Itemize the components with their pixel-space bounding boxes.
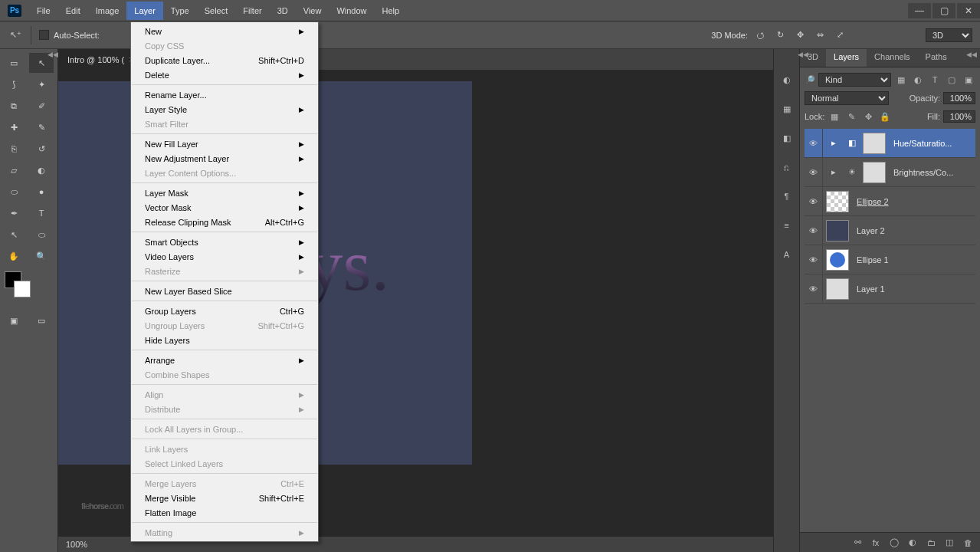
lock-transparent-icon[interactable]: ▦ — [828, 110, 841, 123]
zoom-tool[interactable]: 🔍 — [29, 246, 54, 266]
type-panel-icon[interactable]: A — [779, 247, 795, 262]
menu-item[interactable]: Vector Mask▶ — [131, 200, 318, 215]
layer-name[interactable]: Hue/Saturatio... — [889, 139, 952, 148]
menu-item[interactable]: Flatten Image — [131, 505, 318, 520]
layer-row[interactable]: 👁▸◧Hue/Saturatio... — [805, 129, 975, 158]
paragraph-panel-icon[interactable]: ≡ — [779, 218, 795, 233]
opacity-input[interactable] — [943, 92, 975, 104]
menu-item[interactable]: New▶ — [131, 24, 318, 38]
visibility-toggle-icon[interactable]: 👁 — [805, 274, 823, 303]
dodge-tool[interactable]: ● — [29, 182, 54, 202]
menu-filter[interactable]: Filter — [235, 2, 269, 20]
menu-item[interactable]: New Adjustment Layer▶ — [131, 151, 318, 166]
delete-layer-icon[interactable]: 🗑 — [962, 537, 974, 549]
menu-help[interactable]: Help — [375, 2, 408, 20]
path-tool[interactable]: ↖ — [2, 225, 26, 245]
menu-file[interactable]: File — [29, 2, 58, 20]
eyedropper-tool[interactable]: ✐ — [29, 96, 54, 116]
layer-mask-icon[interactable]: ◯ — [888, 537, 900, 549]
menu-item[interactable]: Smart Objects▶ — [131, 235, 318, 249]
layer-name[interactable]: Brightness/Co... — [889, 168, 953, 177]
lock-position-icon[interactable]: ✥ — [861, 110, 875, 123]
minimize-button[interactable]: — — [908, 3, 931, 18]
heal-tool[interactable]: ✚ — [2, 117, 26, 137]
brush-tool[interactable]: ✎ — [29, 117, 54, 137]
collapse-panels-icon[interactable]: ◀◀ — [798, 51, 808, 58]
gradient-tool[interactable]: ◐ — [29, 160, 54, 180]
layer-row[interactable]: 👁▸☀Brightness/Co... — [805, 158, 975, 187]
layer-thumb[interactable] — [826, 278, 849, 300]
zoom-level[interactable]: 100% — [66, 540, 87, 549]
menu-item[interactable]: Delete▶ — [131, 67, 318, 82]
menu-item[interactable]: Layer Style▶ — [131, 102, 318, 117]
lasso-tool[interactable]: ⟆ — [2, 74, 26, 94]
menu-item[interactable]: New Layer Based Slice — [131, 284, 318, 298]
layer-thumb[interactable] — [826, 249, 849, 271]
background-color[interactable] — [14, 281, 31, 297]
color-swatches[interactable] — [0, 267, 57, 310]
filter-kind-select[interactable]: Kind — [818, 73, 891, 87]
close-button[interactable]: ✕ — [957, 3, 980, 18]
fill-input[interactable] — [943, 110, 975, 123]
screenmode-tool[interactable]: ▭ — [29, 310, 54, 330]
history-brush-tool[interactable]: ↺ — [29, 139, 54, 159]
lock-pixels-icon[interactable]: ✎ — [844, 110, 858, 123]
menu-item[interactable]: Group LayersCtrl+G — [131, 304, 318, 318]
menu-item[interactable]: Merge VisibleShift+Ctrl+E — [131, 491, 318, 505]
layer-name[interactable]: Ellipse 2 — [852, 197, 889, 206]
blend-mode-select[interactable]: Normal — [805, 91, 889, 105]
collapse-strip-icon[interactable]: ◀◀ — [966, 51, 977, 58]
layer-row[interactable]: 👁Layer 1 — [805, 274, 975, 304]
visibility-toggle-icon[interactable]: 👁 — [805, 187, 823, 215]
3d-orbit-icon[interactable]: ⭯ — [752, 28, 768, 43]
layer-row[interactable]: 👁Ellipse 2 — [805, 187, 975, 216]
stamp-tool[interactable]: ⎘ — [2, 139, 26, 159]
visibility-toggle-icon[interactable]: 👁 — [805, 245, 823, 274]
layer-mask-thumb[interactable] — [863, 162, 886, 183]
filter-kind-icon[interactable]: 🔎 — [805, 75, 815, 85]
menu-item[interactable]: Duplicate Layer...Shift+Ctrl+D — [131, 53, 318, 67]
move-tool-indicator-icon[interactable]: ↖⁺ — [8, 28, 23, 43]
menu-item[interactable]: Hide Layers — [131, 333, 318, 347]
blur-tool[interactable]: ⬭ — [2, 182, 26, 202]
group-icon[interactable]: 🗀 — [925, 537, 937, 549]
swatches-panel-icon[interactable]: ▦ — [779, 101, 795, 117]
auto-select-checkbox[interactable] — [39, 30, 49, 40]
layer-thumb[interactable] — [826, 220, 849, 242]
menu-item[interactable]: Arrange▶ — [131, 353, 318, 367]
menu-select[interactable]: Select — [197, 2, 236, 20]
adjustments-panel-icon[interactable]: ◧ — [779, 130, 795, 146]
shape-tool[interactable]: ⬭ — [29, 225, 54, 245]
wand-tool[interactable]: ✦ — [29, 74, 54, 94]
menu-item[interactable]: Video Layers▶ — [131, 249, 318, 264]
menu-item[interactable]: New Fill Layer▶ — [131, 136, 318, 151]
hand-tool[interactable]: ✋ — [2, 246, 26, 266]
filter-adjust-icon[interactable]: ◐ — [911, 73, 925, 87]
menu-item[interactable]: Rename Layer... — [131, 87, 318, 102]
quickmask-tool[interactable]: ▣ — [2, 310, 26, 330]
menu-layer[interactable]: Layer — [126, 2, 163, 20]
3d-roll-icon[interactable]: ↻ — [772, 28, 788, 43]
visibility-toggle-icon[interactable]: 👁 — [805, 158, 823, 186]
character-panel-icon[interactable]: ¶ — [779, 189, 795, 204]
adjustment-layer-icon[interactable]: ◐ — [906, 537, 919, 549]
3d-pan-icon[interactable]: ✥ — [792, 28, 808, 43]
visibility-toggle-icon[interactable]: 👁 — [805, 216, 823, 245]
eraser-tool[interactable]: ▱ — [2, 160, 26, 180]
collapse-tools-icon[interactable]: ◀◀ — [48, 51, 58, 58]
layer-name[interactable]: Layer 2 — [852, 226, 885, 235]
marquee-tool[interactable]: ▭ — [2, 53, 26, 73]
menu-item[interactable]: Release Clipping MaskAlt+Ctrl+G — [131, 215, 318, 229]
menu-type[interactable]: Type — [163, 2, 197, 20]
menu-window[interactable]: Window — [329, 2, 374, 20]
restore-button[interactable]: ▢ — [932, 3, 955, 18]
3d-mode-select[interactable]: 3D — [926, 28, 972, 42]
layer-mask-thumb[interactable] — [863, 133, 886, 154]
type-tool[interactable]: T — [29, 203, 54, 223]
filter-shape-icon[interactable]: ▢ — [945, 73, 959, 87]
menu-image[interactable]: Image — [88, 2, 127, 20]
pen-tool[interactable]: ✒ — [2, 203, 26, 223]
menu-3d[interactable]: 3D — [270, 2, 296, 20]
layer-row[interactable]: 👁Layer 2 — [805, 216, 975, 245]
layer-thumb[interactable] — [826, 191, 849, 212]
